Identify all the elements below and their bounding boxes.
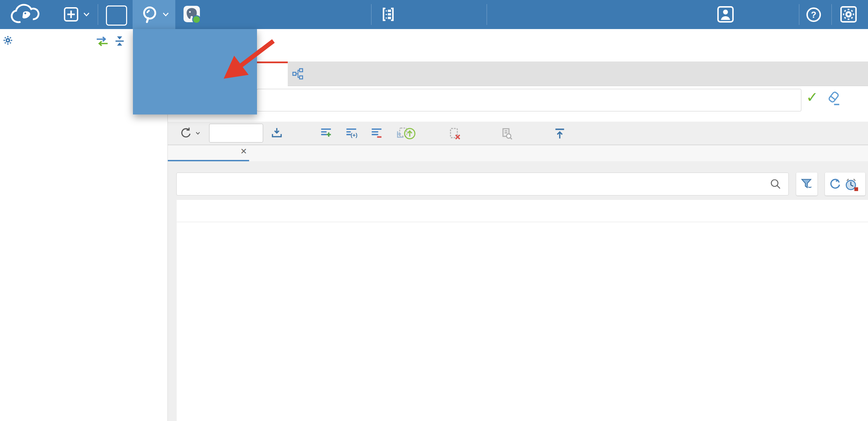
editor-tab-bar [168, 62, 868, 86]
search-icon [769, 178, 782, 190]
data-toolbar: (+) [168, 122, 868, 145]
sync-connection-icon[interactable] [95, 36, 109, 47]
refresh-icon[interactable] [179, 126, 192, 139]
apply-filter-check-icon[interactable]: ✓ [806, 89, 818, 106]
sql-editor-button[interactable] [106, 5, 127, 26]
tab-query-history[interactable]: ✕ [168, 145, 249, 162]
query-history-table [177, 200, 868, 421]
tab-data[interactable] [257, 62, 288, 86]
export-icon[interactable] [553, 127, 566, 140]
query-history-refresh-group[interactable] [825, 173, 865, 195]
tab-diagram[interactable] [288, 62, 349, 86]
fetch-more-icon[interactable] [270, 126, 283, 139]
schema-selector-icon [381, 7, 396, 22]
add-row-icon[interactable] [320, 126, 333, 139]
user-avatar-icon[interactable] [717, 6, 734, 23]
help-icon[interactable]: ? [806, 7, 822, 23]
topbar-divider [487, 4, 487, 25]
sidebar-settings-gear-icon[interactable] [3, 35, 13, 45]
bottom-panel-tab-bar: ✕ [168, 145, 868, 161]
data-grid-header-clipped [177, 113, 868, 122]
new-object-icon[interactable] [63, 6, 79, 23]
top-bar: ? [0, 0, 868, 29]
svg-text:?: ? [811, 10, 816, 19]
cloudbeaver-logo-icon [10, 3, 50, 26]
fetch-size-input[interactable] [209, 124, 263, 142]
collapse-all-icon[interactable] [113, 35, 126, 47]
editor-header-strip [168, 29, 868, 62]
topbar-divider [98, 4, 98, 25]
revert-icon[interactable] [448, 127, 461, 140]
svg-text:(+): (+) [351, 132, 357, 138]
refresh-chevron-icon[interactable] [195, 131, 201, 135]
new-object-chevron-icon[interactable] [83, 12, 90, 17]
query-history-search-input[interactable] [176, 173, 789, 195]
tools-menu-dropdown [133, 29, 257, 114]
query-history-table-header [177, 200, 868, 222]
tools-wrench-icon [141, 5, 159, 23]
auto-refresh-icon[interactable] [828, 177, 842, 191]
filter-funnel-icon [800, 177, 813, 190]
result-filter-input[interactable] [257, 89, 801, 111]
query-history-panel [168, 161, 868, 421]
topbar-divider [371, 4, 371, 25]
query-history-filter-button[interactable] [796, 173, 817, 195]
save-icon[interactable] [403, 127, 416, 140]
refresh-timer-icon[interactable] [844, 177, 859, 192]
postgresql-connection-icon [183, 5, 201, 24]
clear-filter-eraser-icon[interactable] [826, 91, 841, 106]
result-filter-row: ✓ [168, 86, 868, 113]
delete-row-icon[interactable] [370, 126, 383, 139]
tools-menu-chevron-icon [162, 12, 169, 17]
tools-menu-button[interactable] [133, 0, 175, 29]
cloudbeaver-app: ? ✓ [0, 0, 868, 421]
topbar-divider [831, 4, 832, 25]
topbar-divider [799, 4, 799, 25]
settings-gear-icon[interactable] [840, 6, 857, 23]
diagram-icon [292, 68, 304, 80]
close-tab-icon[interactable]: ✕ [240, 146, 247, 157]
duplicate-row-icon[interactable]: (+) [345, 126, 358, 139]
script-icon[interactable] [500, 127, 513, 140]
